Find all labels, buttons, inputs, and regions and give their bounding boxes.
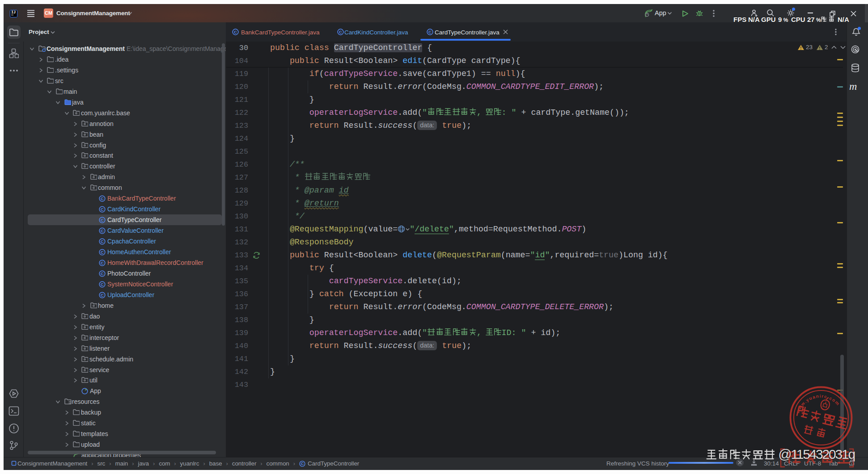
- svg-text:C: C: [101, 282, 104, 287]
- svg-text:C: C: [101, 207, 104, 212]
- svg-text:C: C: [101, 293, 104, 298]
- svg-text:C: C: [101, 239, 104, 244]
- svg-text:C: C: [101, 196, 104, 201]
- svg-text:C: C: [428, 29, 432, 34]
- svg-text:C: C: [101, 260, 104, 265]
- svg-text:C: C: [339, 29, 342, 34]
- svg-text:C: C: [101, 228, 104, 233]
- svg-text:C: C: [101, 271, 104, 276]
- svg-text:C: C: [101, 250, 104, 255]
- svg-text:C: C: [301, 461, 304, 466]
- svg-text:C: C: [101, 218, 104, 222]
- svg-text:C: C: [234, 29, 237, 34]
